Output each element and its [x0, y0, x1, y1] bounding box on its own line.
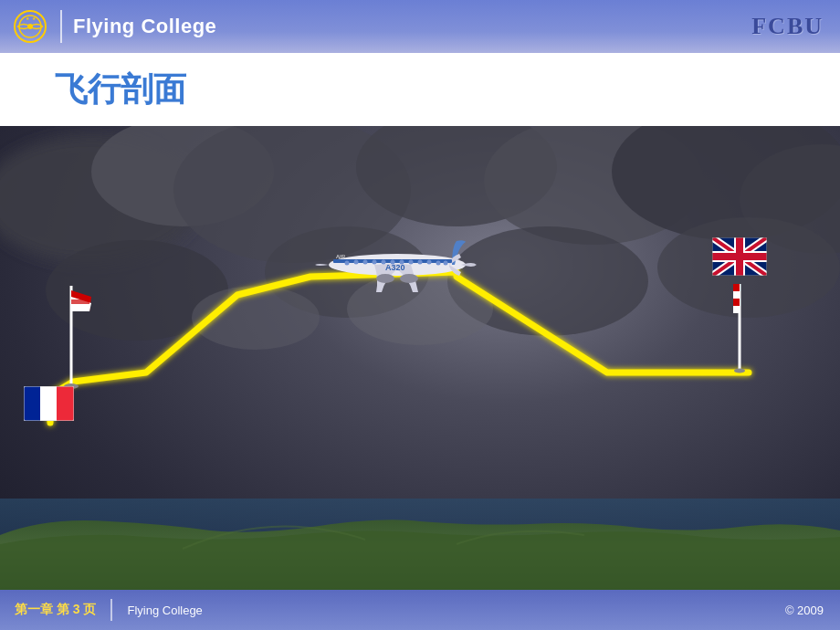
svg-point-52: [354, 260, 359, 265]
svg-rect-44: [733, 299, 740, 306]
svg-rect-39: [712, 253, 767, 260]
logo-icon: ★ ★: [13, 9, 47, 44]
airplane: A320 AIR: [310, 228, 475, 305]
footer-chapter: 第一章 第 3 页: [15, 602, 96, 618]
left-airport: [44, 277, 99, 421]
svg-rect-29: [57, 386, 74, 421]
french-flag: [24, 386, 74, 421]
main-illustration: A320 AIR: [0, 126, 840, 590]
svg-rect-42: [733, 284, 740, 291]
svg-point-2: [27, 24, 33, 29]
page-title-section: 飞行剖面: [0, 53, 840, 126]
footer-left: 第一章 第 3 页 Flying College: [15, 599, 203, 621]
logo: ★ ★: [11, 7, 49, 46]
svg-text:A320: A320: [385, 263, 405, 272]
svg-point-61: [436, 261, 441, 266]
svg-rect-27: [24, 386, 40, 421]
svg-rect-43: [733, 291, 740, 299]
svg-rect-28: [40, 386, 57, 421]
header: ★ ★ Flying College FCBU: [0, 0, 840, 53]
svg-point-48: [376, 274, 394, 283]
svg-rect-24: [71, 299, 89, 304]
svg-point-46: [734, 369, 745, 373]
footer-college-name: Flying College: [127, 604, 202, 617]
svg-point-58: [409, 260, 414, 265]
svg-rect-45: [733, 306, 739, 313]
uk-flag: [712, 237, 767, 276]
left-windsock: [44, 277, 99, 395]
svg-text:AIR: AIR: [336, 254, 346, 259]
page-title: 飞行剖面: [55, 68, 186, 112]
footer-divider: [110, 599, 112, 621]
svg-text:★: ★: [26, 16, 30, 21]
footer-copyright: © 2009: [785, 604, 824, 617]
svg-point-62: [444, 261, 448, 266]
svg-point-49: [400, 274, 418, 283]
svg-point-54: [373, 260, 377, 265]
svg-point-60: [427, 260, 432, 265]
brand-logo: FCBU: [751, 13, 824, 40]
svg-point-51: [345, 261, 350, 266]
right-windsock: [726, 279, 753, 380]
footer: 第一章 第 3 页 Flying College © 2009: [0, 590, 840, 630]
svg-point-53: [363, 260, 368, 265]
header-divider: [60, 10, 62, 43]
svg-point-59: [418, 260, 423, 265]
right-airport: [712, 237, 767, 380]
airplane-svg: A320 AIR: [310, 228, 484, 301]
app-title: Flying College: [73, 15, 216, 38]
